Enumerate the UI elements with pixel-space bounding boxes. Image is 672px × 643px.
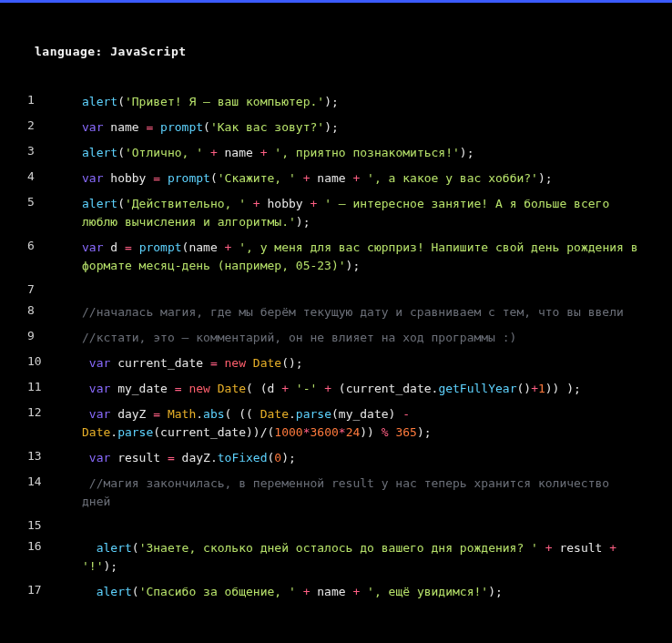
code-line: 5alert('Действительно, ' + hobby + ' — и… <box>27 191 645 235</box>
token-pn: () <box>516 382 531 395</box>
token-id <box>317 197 324 210</box>
token-id <box>82 451 89 464</box>
token-id <box>132 240 139 254</box>
token-kw: var <box>82 171 103 185</box>
token-num: 1 <box>538 382 545 395</box>
token-id <box>317 382 324 395</box>
token-cls: Math <box>168 407 196 421</box>
token-id: result <box>553 541 610 555</box>
token-id <box>296 585 303 598</box>
line-number: 15 <box>27 515 60 536</box>
token-id <box>82 382 89 395</box>
token-op: - <box>402 407 410 421</box>
token-id: name <box>310 585 352 598</box>
token-str: 'Знаете, сколько дней осталось до вашего… <box>139 541 538 555</box>
line-number: 8 <box>27 300 60 325</box>
token-str: 'Как вас зовут?' <box>210 120 324 134</box>
token-fn: alert <box>82 95 117 108</box>
token-kw: var <box>82 120 103 134</box>
token-op: = <box>210 356 218 370</box>
token-pn: (); <box>281 356 302 370</box>
code-line: 3alert('Отлично, ' + name + ', приятно п… <box>27 140 645 166</box>
token-op: + <box>545 541 553 555</box>
token-id <box>82 585 97 598</box>
code-line: 4var hobby = prompt('Скажите, ' + name +… <box>27 166 645 191</box>
line-number: 11 <box>27 376 60 402</box>
token-op: + <box>281 382 289 395</box>
line-source: var hobby = prompt('Скажите, ' + name + … <box>60 166 645 191</box>
code-line: 12 var dayZ = Math.abs( (( Date.parse(my… <box>27 402 645 445</box>
token-str: ', приятно познакомиться!' <box>274 146 460 159</box>
token-pn: ( <box>117 95 125 108</box>
token-pn: )) <box>360 425 381 439</box>
token-id: hobby <box>103 171 153 185</box>
line-source: alert('Привет! Я — ваш компьютер.'); <box>60 89 645 115</box>
token-fn: prompt <box>168 171 210 185</box>
code-line: 6var d = prompt(name + ', у меня для вас… <box>27 235 645 279</box>
line-number: 16 <box>27 536 60 579</box>
token-pn: ( (d <box>246 382 281 395</box>
line-number: 3 <box>27 140 60 166</box>
token-str: ', а какое у вас хобби?' <box>367 171 538 185</box>
line-number: 17 <box>27 579 60 605</box>
code-line: 9//кстати, это — комментарий, он не влия… <box>27 325 645 351</box>
token-id <box>218 356 225 370</box>
token-id <box>360 171 367 185</box>
token-pn: ); <box>103 559 117 573</box>
code-line: 2var name = prompt('Как вас зовут?'); <box>27 115 645 140</box>
line-source <box>60 279 645 300</box>
code-line: 14 //магия закончилась, в переменной res… <box>27 471 645 515</box>
language-label: language: JavaScript <box>35 45 645 58</box>
line-source: alert('Действительно, ' + hobby + ' — ин… <box>60 191 645 235</box>
token-pn: ( <box>117 197 125 210</box>
token-cmt: //началась магия, где мы берём текущую д… <box>82 305 624 319</box>
line-source: var d = prompt(name + ', у меня для вас … <box>60 235 645 279</box>
line-number: 13 <box>27 445 60 471</box>
token-id <box>246 356 253 370</box>
token-pn: ( <box>210 171 218 185</box>
token-pn: ( (( <box>225 407 260 421</box>
token-pn: ); <box>417 425 432 439</box>
token-id: my_date <box>110 382 174 395</box>
token-fn: parse <box>117 425 153 439</box>
token-op: + <box>210 146 218 159</box>
token-pn: ); <box>346 259 361 272</box>
token-id <box>360 585 367 598</box>
token-id: name <box>218 146 260 159</box>
line-number: 14 <box>27 471 60 515</box>
token-fn: getFullYear <box>438 382 516 395</box>
token-id: name <box>310 171 352 185</box>
line-number: 10 <box>27 351 60 376</box>
token-op: + <box>260 146 268 159</box>
token-fn: alert <box>82 146 117 159</box>
token-pn: ); <box>324 95 339 108</box>
token-pn: ( <box>117 146 125 159</box>
token-op: = <box>125 240 132 254</box>
code-line: 15 <box>27 515 645 536</box>
token-id <box>538 541 545 555</box>
token-op: * <box>339 425 346 439</box>
code-line: 13 var result = dayZ.toFixed(0); <box>27 445 645 471</box>
token-str: 'Действительно, ' <box>125 197 246 210</box>
line-source: var dayZ = Math.abs( (( Date.parse(my_da… <box>60 402 645 445</box>
token-id <box>203 146 210 159</box>
token-fn: prompt <box>139 240 182 254</box>
token-op: + <box>324 382 331 395</box>
token-id: name <box>103 120 146 134</box>
line-number: 6 <box>27 235 60 279</box>
token-op: + <box>253 197 260 210</box>
token-str: '!' <box>82 559 103 573</box>
token-op: = <box>153 407 160 421</box>
token-pn: )) ); <box>545 382 581 395</box>
token-num: 0 <box>274 451 281 464</box>
token-cmt: //кстати, это — комментарий, он не влияе… <box>82 331 516 344</box>
line-number: 4 <box>27 166 60 191</box>
token-id <box>160 171 168 185</box>
token-id: (current_date. <box>331 382 438 395</box>
token-kw: var <box>89 356 110 370</box>
code-line: 16 alert('Знаете, сколько дней осталось … <box>27 536 645 579</box>
code-block: 1alert('Привет! Я — ваш компьютер.');2va… <box>27 89 645 605</box>
token-pn: ); <box>460 146 474 159</box>
line-number: 1 <box>27 89 60 115</box>
token-op: = <box>153 171 160 185</box>
